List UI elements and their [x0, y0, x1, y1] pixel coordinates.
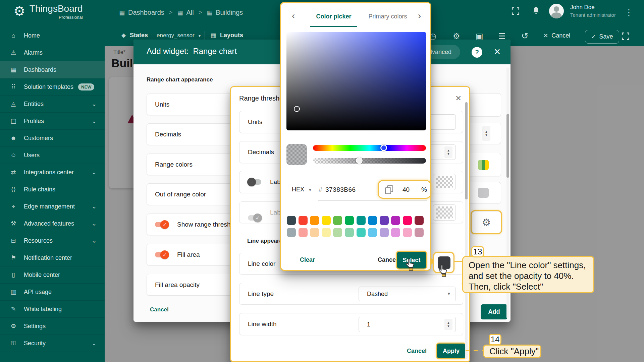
- label-toggle-2[interactable]: ✓: [248, 215, 261, 221]
- threshold-scrollbar[interactable]: [465, 102, 468, 359]
- preset-color-swatch[interactable]: [299, 216, 308, 225]
- sidebar-item-mobile-center[interactable]: ▯Mobile center: [0, 266, 105, 284]
- fullscreen-icon[interactable]: [511, 7, 520, 15]
- hex-format-select[interactable]: HEX ▾: [292, 186, 311, 193]
- sidebar-item-notification-center[interactable]: ⚑Notification center: [0, 249, 105, 266]
- preset-color-swatch[interactable]: [391, 228, 400, 237]
- states-control[interactable]: ◆ States energy_sensor ▾: [121, 32, 201, 39]
- picker-cancel-button[interactable]: Cancel: [378, 256, 397, 263]
- forward-icon[interactable]: ›: [418, 10, 421, 21]
- sidebar-item-users[interactable]: ☺Users: [0, 147, 105, 164]
- field-fill-area[interactable]: ✓Fill area: [147, 244, 232, 265]
- line-width-input[interactable]: 1: [359, 317, 456, 332]
- sidebar-item-security[interactable]: ⚿Security⌄: [0, 335, 105, 352]
- alpha-slider-thumb[interactable]: [356, 157, 363, 164]
- sidebar-item-profiles[interactable]: ▤Profiles⌄: [0, 113, 105, 130]
- toolbar-fullscreen-icon[interactable]: [621, 32, 630, 41]
- tab-primary-colors[interactable]: Primary colors: [364, 13, 411, 20]
- saturation-gradient-field[interactable]: [286, 32, 426, 130]
- field-fill-area-opacity[interactable]: Fill area opacity: [147, 274, 232, 296]
- threshold-apply-button[interactable]: Apply: [437, 344, 465, 358]
- hex-value-input[interactable]: 37383B66: [325, 186, 356, 193]
- decimals-stepper[interactable]: ▲▼: [444, 146, 452, 158]
- layouts-button[interactable]: ▦ Layouts: [211, 32, 243, 39]
- back-icon[interactable]: ‹: [292, 10, 295, 21]
- sidebar-item-solution-templates[interactable]: ⠿Solution templatesNEW: [0, 78, 105, 96]
- preset-color-swatch[interactable]: [368, 216, 377, 225]
- preset-color-swatch[interactable]: [380, 216, 389, 225]
- sidebar-item-white-labeling[interactable]: ✎White labeling: [0, 301, 105, 318]
- sidebar-item-entities[interactable]: ◬Entities⌄: [0, 96, 105, 113]
- sidebar-item-integrations-center[interactable]: ⇄Integrations center⌄: [0, 164, 105, 181]
- version-history-icon[interactable]: ↺: [521, 31, 529, 41]
- preset-color-swatch[interactable]: [322, 228, 331, 237]
- cancel-button[interactable]: ✕ Cancel: [543, 32, 570, 39]
- preset-color-swatch[interactable]: [299, 228, 308, 237]
- line-color-settings-button[interactable]: ⚙: [472, 211, 501, 233]
- preset-color-swatch[interactable]: [345, 228, 354, 237]
- preset-color-swatch[interactable]: [333, 216, 342, 225]
- save-button-box[interactable]: ✓ Save: [585, 30, 619, 44]
- field-out-of-range-color[interactable]: Out of range color: [147, 183, 232, 205]
- sidebar-item-customers[interactable]: ☻Customers: [0, 130, 105, 147]
- hue-slider[interactable]: [313, 145, 426, 151]
- dialog-scrollbar-thumb[interactable]: [506, 114, 509, 178]
- add-widget-cancel[interactable]: Cancel: [150, 306, 169, 313]
- alpha-slider[interactable]: [313, 158, 426, 164]
- toggle-show-range-threshold[interactable]: ✓: [155, 222, 168, 227]
- breadcrumb-item-all[interactable]: ▦All: [177, 9, 194, 16]
- avatar[interactable]: [549, 4, 564, 18]
- preset-color-swatch[interactable]: [403, 216, 412, 225]
- sidebar-item-rule-chains[interactable]: ⟨⟩Rule chains: [0, 181, 105, 198]
- preset-color-swatch[interactable]: [310, 216, 319, 225]
- sidebar-item-api-usage[interactable]: ▥API usage: [0, 284, 105, 301]
- preset-color-swatch[interactable]: [391, 216, 400, 225]
- field-range-colors[interactable]: Range colors: [147, 154, 232, 175]
- preset-color-swatch[interactable]: [345, 216, 354, 225]
- sidebar-item-advanced-features[interactable]: ⚒Advanced features⌄: [0, 215, 105, 232]
- preset-color-swatch[interactable]: [357, 228, 366, 237]
- preset-color-swatch[interactable]: [310, 228, 319, 237]
- help-icon[interactable]: ?: [472, 47, 482, 58]
- toggle-fill-area[interactable]: ✓: [155, 252, 168, 257]
- threshold-close-icon[interactable]: ✕: [455, 94, 462, 103]
- preset-color-swatch[interactable]: [380, 228, 389, 237]
- breadcrumb-item-dashboards[interactable]: ▦Dashboards: [119, 9, 164, 16]
- preset-color-swatch[interactable]: [333, 228, 342, 237]
- preset-color-swatch[interactable]: [287, 228, 296, 237]
- preset-color-swatch[interactable]: [403, 228, 412, 237]
- preset-color-swatch[interactable]: [415, 216, 424, 225]
- sidebar-item-settings[interactable]: ⚙Settings: [0, 318, 105, 335]
- number-stepper[interactable]: ▲▼: [482, 126, 490, 141]
- out-of-range-swatch[interactable]: [478, 188, 489, 198]
- opacity-value-input[interactable]: 40: [402, 186, 410, 193]
- preset-color-swatch[interactable]: [322, 216, 331, 225]
- sidebar-item-resources[interactable]: ⊟Resources⌄: [0, 232, 105, 249]
- hue-slider-thumb[interactable]: [380, 144, 387, 151]
- preset-color-swatch[interactable]: [357, 216, 366, 225]
- line-type-select[interactable]: Dashed ▾: [359, 287, 456, 301]
- preset-color-swatch[interactable]: [287, 216, 296, 225]
- sidebar-item-home[interactable]: ⌂Home: [0, 27, 105, 44]
- clear-button[interactable]: Clear: [300, 256, 315, 263]
- breadcrumb-item-buildings[interactable]: ▦Buildings: [207, 9, 243, 16]
- preset-color-swatch[interactable]: [368, 228, 377, 237]
- label-color-swatch-2[interactable]: [436, 206, 453, 219]
- field-decimals[interactable]: Decimals: [147, 123, 232, 145]
- sidebar-item-edge-management[interactable]: ⌖Edge management⌄: [0, 198, 105, 215]
- user-info[interactable]: John Doe Tenant administrator: [570, 4, 616, 18]
- range-colors-swatch[interactable]: [478, 160, 489, 170]
- tab-color-picker[interactable]: Color picker: [310, 13, 357, 20]
- dialog-close-icon[interactable]: ✕: [494, 47, 501, 57]
- add-widget-add-button[interactable]: Add: [481, 304, 507, 319]
- line-width-stepper[interactable]: ▲▼: [444, 319, 452, 330]
- label-toggle-1[interactable]: −: [248, 179, 261, 185]
- sidebar-item-dashboards[interactable]: ▦Dashboards: [0, 61, 105, 78]
- kebab-menu-icon[interactable]: ⋮: [625, 7, 633, 18]
- preset-color-swatch[interactable]: [415, 228, 424, 237]
- threshold-cancel-button[interactable]: Cancel: [407, 348, 427, 355]
- thingsboard-logo[interactable]: ⚙ ThingsBoard Professional: [13, 3, 83, 20]
- notifications-bell-icon[interactable]: [532, 6, 540, 16]
- threshold-scrollbar-thumb[interactable]: [465, 102, 468, 199]
- field-units[interactable]: Units: [147, 94, 232, 115]
